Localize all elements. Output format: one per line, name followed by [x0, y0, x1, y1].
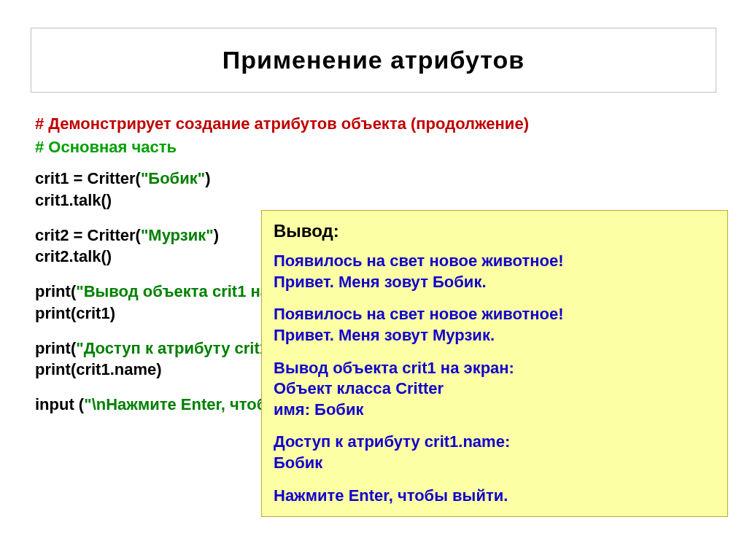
code-block-1: crit1 = Critter("Бобик") crit1.talk()	[35, 168, 718, 211]
code-text: )	[214, 226, 219, 244]
output-line: Привет. Меня зовут Мурзик.	[274, 325, 716, 346]
comment-line-2: # Основная часть	[35, 136, 718, 158]
code-text: print(	[35, 339, 76, 357]
output-line: имя: Бобик	[274, 400, 716, 421]
output-line: Бобик	[274, 453, 716, 474]
title-container: Применение атрибутов	[31, 28, 716, 93]
code-text: input (	[35, 395, 84, 413]
comment-line-1: # Демонстрирует создание атрибутов объек…	[35, 113, 718, 135]
output-line: Появилось на свет новое животное!	[274, 304, 716, 325]
string-literal: "Мурзик"	[141, 226, 214, 244]
string-literal: "Бобик"	[141, 169, 205, 187]
code-text: )	[205, 169, 210, 187]
output-panel: Вывод: Появилось на свет новое животное!…	[261, 210, 728, 517]
output-line: Объект класса Critter	[274, 378, 716, 400]
output-text: Появилось на свет новое животное! Привет…	[274, 251, 716, 506]
code-text: crit1 = Critter(	[35, 169, 141, 187]
output-line: Появилось на свет новое животное!	[274, 251, 716, 272]
code-text: crit2 = Critter(	[35, 226, 141, 244]
output-line: Нажмите Enter, чтобы выйти.	[274, 486, 716, 507]
code-text: print(	[35, 282, 76, 300]
output-line: Доступ к атрибуту crit1.name:	[274, 432, 716, 453]
output-title: Вывод:	[274, 219, 716, 242]
output-line: Вывод объекта crit1 на экран:	[274, 358, 716, 379]
output-line: Привет. Меня зовут Бобик.	[274, 272, 716, 293]
slide-title: Применение атрибутов	[39, 46, 708, 74]
code-text: crit1.talk()	[35, 190, 718, 211]
